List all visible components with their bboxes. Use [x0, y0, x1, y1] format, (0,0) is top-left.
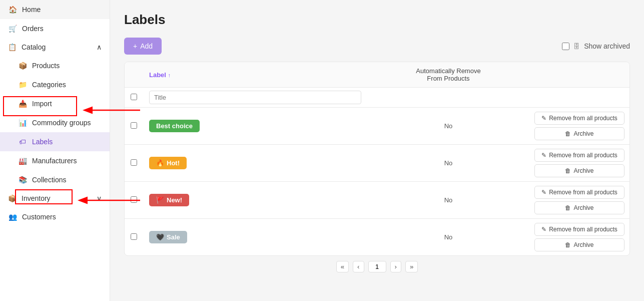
remove-all-products-button[interactable]: ✎ Remove from all products — [534, 112, 624, 125]
select-all-checkbox[interactable] — [131, 94, 137, 100]
badge-text: Hot! — [167, 159, 180, 167]
show-archived-checkbox[interactable] — [562, 43, 569, 50]
label-badge: Best choice — [149, 120, 200, 132]
col-label[interactable]: Label — [143, 62, 367, 88]
next-page-button[interactable]: › — [390, 261, 401, 272]
label-badge-cell: 🖤 Sale — [143, 219, 367, 256]
sidebar-item-label: Import — [32, 100, 52, 108]
products-icon: 📦 — [18, 61, 27, 70]
row-check-cell — [125, 182, 143, 219]
chevron-up-icon: ∧ — [97, 43, 102, 51]
plus-icon: + — [133, 42, 137, 50]
archive-button[interactable]: 🗑 Archive — [534, 238, 624, 251]
table-row: 🔥 Hot! No ✎ Remove from all products — [125, 145, 629, 182]
title-filter-input[interactable] — [149, 91, 361, 104]
sidebar-item-label: Collections — [32, 176, 66, 184]
actions-cell: ✎ Remove from all products 🗑 Archive — [529, 219, 629, 256]
badge-text: Best choice — [156, 122, 193, 130]
filter-label-cell — [143, 88, 367, 108]
remove-all-label: Remove from all products — [549, 152, 617, 159]
remove-all-label: Remove from all products — [549, 189, 617, 196]
filter-auto-remove-cell — [367, 88, 529, 108]
sidebar-item-label: Labels — [32, 138, 53, 146]
page-number-input[interactable] — [368, 261, 386, 272]
first-page-button[interactable]: « — [336, 261, 349, 272]
sidebar-item-label: Commodity groups — [32, 119, 91, 127]
col-actions — [529, 62, 629, 88]
sidebar-item-label: Orders — [22, 25, 44, 33]
sidebar-item-label: Inventory — [22, 194, 51, 202]
auto-remove-cell: No — [367, 182, 529, 219]
actions-inner: ✎ Remove from all products 🗑 Archive — [534, 186, 624, 214]
sidebar-item-labels[interactable]: 🏷 Labels — [0, 132, 110, 151]
table-row: Best choice No ✎ Remove from all product… — [125, 108, 629, 145]
badge-text: Sale — [167, 233, 180, 241]
sidebar-item-customers[interactable]: 👥 Customers — [0, 207, 110, 226]
pencil-icon: ✎ — [541, 115, 546, 122]
sidebar-item-import[interactable]: 📥 Import — [0, 94, 110, 113]
last-page-button[interactable]: » — [405, 261, 418, 272]
categories-icon: 📁 — [18, 80, 27, 89]
archive-small-icon: 🗄 — [573, 43, 580, 50]
main-content: Labels + Add 🗄 Show archived Label Autom… — [110, 0, 644, 301]
row-check-cell — [125, 219, 143, 256]
row-checkbox[interactable] — [131, 122, 137, 129]
sidebar-item-orders[interactable]: 🛒 Orders — [0, 19, 110, 38]
pagination: « ‹ › » — [124, 256, 630, 273]
show-archived-label: Show archived — [584, 42, 630, 50]
actions-inner: ✎ Remove from all products 🗑 Archive — [534, 112, 624, 140]
sidebar-item-categories[interactable]: 📁 Categories — [0, 75, 110, 94]
sidebar-item-catalog[interactable]: 📋 Catalog ∧ — [0, 38, 110, 56]
sidebar-item-collections[interactable]: 📚 Collections — [0, 170, 110, 189]
sidebar-item-inventory[interactable]: 📦 Inventory ∨ — [0, 189, 110, 207]
inventory-icon: 📦 — [8, 194, 17, 202]
pencil-icon: ✎ — [541, 226, 546, 233]
label-badge-cell: 🔥 Hot! — [143, 145, 367, 182]
sidebar-item-manufacturers[interactable]: 🏭 Manufacturers — [0, 151, 110, 170]
labels-icon: 🏷 — [18, 137, 27, 146]
sidebar-item-commodity-groups[interactable]: 📊 Commodity groups — [0, 113, 110, 132]
prev-page-button[interactable]: ‹ — [353, 261, 364, 272]
trash-icon: 🗑 — [565, 130, 571, 137]
page-title: Labels — [124, 12, 630, 28]
filter-row — [125, 88, 629, 108]
row-checkbox[interactable] — [131, 159, 137, 166]
add-label: Add — [140, 42, 153, 50]
archive-label: Archive — [573, 204, 593, 211]
row-checkbox[interactable] — [131, 233, 137, 240]
label-badge-cell: 🚩 New! — [143, 182, 367, 219]
import-icon: 📥 — [18, 99, 27, 108]
sidebar-item-label: Manufacturers — [32, 157, 77, 165]
remove-all-products-button[interactable]: ✎ Remove from all products — [534, 149, 624, 162]
actions-cell: ✎ Remove from all products 🗑 Archive — [529, 108, 629, 145]
remove-all-products-button[interactable]: ✎ Remove from all products — [534, 186, 624, 199]
remove-all-products-button[interactable]: ✎ Remove from all products — [534, 223, 624, 236]
commodity-groups-icon: 📊 — [18, 118, 27, 127]
col-check — [125, 62, 143, 88]
catalog-submenu: 📦 Products 📁 Categories 📥 Import 📊 Commo… — [0, 56, 110, 189]
remove-all-label: Remove from all products — [549, 115, 617, 122]
sidebar-item-products[interactable]: 📦 Products — [0, 56, 110, 75]
archive-button[interactable]: 🗑 Archive — [534, 164, 624, 177]
archive-label: Archive — [573, 130, 593, 137]
sidebar-item-home[interactable]: 🏠 Home — [0, 0, 110, 19]
sidebar-item-label: Categories — [32, 81, 66, 89]
archive-label: Archive — [573, 167, 593, 174]
actions-inner: ✎ Remove from all products 🗑 Archive — [534, 149, 624, 177]
filter-actions-cell — [529, 88, 629, 108]
badge-icon: 🔥 — [156, 159, 164, 167]
pencil-icon: ✎ — [541, 189, 546, 196]
badge-icon: 🚩 — [156, 196, 164, 204]
actions-cell: ✎ Remove from all products 🗑 Archive — [529, 182, 629, 219]
auto-remove-cell: No — [367, 108, 529, 145]
sidebar-item-label: Customers — [22, 213, 56, 221]
add-button[interactable]: + Add — [124, 38, 162, 55]
actions-inner: ✎ Remove from all products 🗑 Archive — [534, 223, 624, 251]
trash-icon: 🗑 — [565, 167, 571, 174]
archive-button[interactable]: 🗑 Archive — [534, 201, 624, 214]
archive-button[interactable]: 🗑 Archive — [534, 127, 624, 140]
row-checkbox[interactable] — [131, 196, 137, 203]
trash-icon: 🗑 — [565, 241, 571, 248]
sidebar: 🏠 Home 🛒 Orders 📋 Catalog ∧ 📦 Products 📁… — [0, 0, 110, 301]
labels-table-wrap: Label Automatically RemoveFrom Products — [124, 62, 630, 256]
